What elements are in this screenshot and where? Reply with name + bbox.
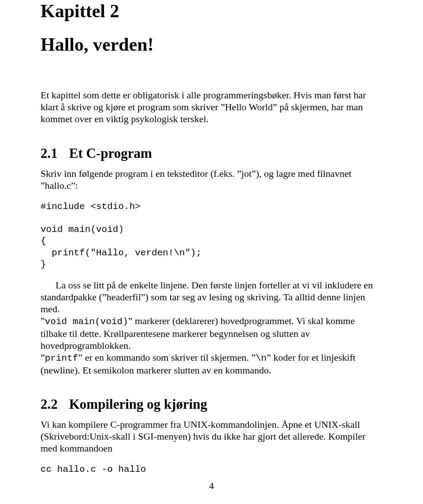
page-number: 4 <box>0 480 423 492</box>
text-run: ” er en kommando som skriver til skjerme… <box>78 352 256 363</box>
intro-paragraph: Et kapittel som dette er obligatorisk i … <box>41 89 383 125</box>
chapter-label: Kapittel 2 <box>41 0 383 21</box>
code-inline-printf: printf <box>45 353 78 363</box>
section-2-1-p1: Skriv inn følgende program i en tekstedi… <box>41 168 383 191</box>
code-inline-newline: \n <box>256 353 267 363</box>
section-2-1-p2: La oss se litt på de enkelte linjene. De… <box>41 279 383 376</box>
section-number: 2.2 <box>41 396 58 412</box>
text-run: La oss se litt på de enkelte linjene. De… <box>41 280 373 314</box>
chapter-title: Hallo, verden! <box>41 34 383 55</box>
section-title: Et C-program <box>69 146 152 161</box>
code-inline-void-main: void main(void) <box>45 317 128 327</box>
page: Kapittel 2 Hallo, verden! Et kapittel so… <box>0 0 423 504</box>
section-title: Kompilering og kjøring <box>69 396 207 412</box>
section-number: 2.1 <box>41 146 58 161</box>
section-2-2-p1: Vi kan kompilere C-programmer fra UNIX-k… <box>41 418 383 454</box>
code-block-hallo-c: #include <stdio.h> void main(void) { pri… <box>41 201 383 271</box>
section-2-2-heading: 2.2Kompilering og kjøring <box>41 396 383 412</box>
section-2-1-heading: 2.1Et C-program <box>41 146 383 161</box>
code-block-cc: cc hallo.c -o hallo <box>41 464 383 475</box>
